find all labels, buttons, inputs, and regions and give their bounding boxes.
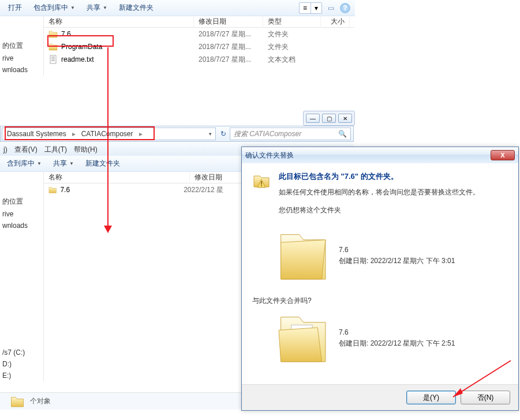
folder-created: 创建日期: 2022/2/12 星期六 下午 2:51: [339, 338, 455, 349]
file-type: 文件夹: [268, 29, 326, 39]
file-date: 2018/7/27 星期...: [199, 55, 268, 65]
dialog-title: 确认文件夹替换: [245, 151, 294, 160]
address-dropdown[interactable]: ▾: [205, 131, 215, 137]
refresh-icon[interactable]: ↻: [217, 130, 230, 138]
file-date: 2022/2/12 星: [184, 185, 246, 195]
address-bar: Dassault Systemes ▸ CATIAComposer ▸ ▾ ↻ …: [0, 126, 354, 142]
folder-icon: [10, 395, 24, 408]
chevron-right-icon[interactable]: ▸: [71, 130, 77, 138]
folder-created: 创建日期: 2022/2/12 星期六 下午 3:01: [339, 256, 455, 267]
menu-help[interactable]: 帮助(H): [74, 145, 98, 155]
file-name: readme.txt: [61, 55, 199, 63]
sidebar-item[interactable]: wnloads: [0, 64, 43, 76]
folder-info-source: 7.6 创建日期: 2022/2/12 星期六 下午 2:51: [275, 309, 508, 367]
sidebar-item[interactable]: 的位置: [0, 39, 43, 52]
col-type[interactable]: 类型: [263, 16, 321, 28]
chevron-right-icon[interactable]: ▸: [138, 130, 144, 138]
folder-icon: [48, 29, 58, 39]
include-library-button[interactable]: 包含到库中▼: [30, 2, 78, 14]
folder-large-icon: [275, 227, 328, 284]
no-button[interactable]: 否(N): [461, 391, 510, 404]
dialog-explain: 如果任何文件使用相同的名称，将会询问您是否要替换这些文件。: [279, 187, 508, 197]
col-date[interactable]: 修改日期: [194, 16, 263, 28]
new-folder-button[interactable]: 新建文件夹: [82, 158, 124, 170]
file-list-top: 7.6 2018/7/27 星期... 文件夹 ProgramData 2018…: [44, 28, 354, 66]
column-headers-bottom: 名称 修改日期: [44, 172, 246, 183]
minimize-button[interactable]: —: [306, 114, 320, 123]
col-name[interactable]: 名称: [44, 16, 194, 28]
sidebar-top: 的位置 rive wnloads: [0, 16, 44, 76]
breadcrumb-item[interactable]: Dassault Systemes: [2, 128, 71, 140]
file-name: ProgramData: [61, 43, 199, 51]
confirm-folder-replace-dialog: 确认文件夹替换 X ! 此目标已包含名为 "7.6" 的文件夹。 如果任何文件使…: [241, 147, 519, 411]
menu-view[interactable]: 查看(V): [14, 145, 38, 155]
search-input[interactable]: 搜索 CATIAComposer 🔍: [230, 127, 351, 140]
file-list-bottom: 7.6 2022/2/12 星: [44, 183, 246, 196]
search-icon[interactable]: 🔍: [338, 130, 347, 138]
dialog-keep-text: 您仍想将这个文件夹: [279, 205, 508, 215]
file-type: 文本文档: [268, 55, 326, 65]
preview-pane-icon[interactable]: ▭: [328, 4, 334, 12]
toolbar-top: 打开 包含到库中▼ 共享▼ 新建文件夹 ≡▾ ▭ ?: [0, 0, 355, 16]
sidebar-item[interactable]: E:): [0, 370, 43, 381]
file-name: 7.6: [61, 30, 199, 38]
breadcrumb[interactable]: Dassault Systemes ▸ CATIAComposer ▸ ▾: [2, 127, 216, 140]
sidebar-item[interactable]: rive: [0, 208, 43, 220]
sidebar-item[interactable]: 的位置: [0, 195, 43, 208]
menu-tools[interactable]: 工具(T): [44, 145, 67, 155]
share-button[interactable]: 共享▼: [83, 2, 111, 14]
file-date: 2018/7/27 星期...: [199, 42, 268, 52]
yes-button[interactable]: 是(Y): [406, 391, 456, 404]
list-item[interactable]: ProgramData 2018/7/27 星期... 文件夹: [44, 40, 354, 53]
search-placeholder: 搜索 CATIAComposer: [234, 129, 301, 139]
dialog-headline: 此目标已包含名为 "7.6" 的文件夹。: [279, 171, 508, 182]
sidebar-bottom: 的位置 rive wnloads /s7 (C:) D:) E:): [0, 172, 44, 381]
folder-icon: [48, 42, 58, 51]
annotation-arrow-down: [107, 47, 109, 226]
status-text: 个对象: [30, 396, 51, 406]
new-folder-button[interactable]: 新建文件夹: [115, 2, 157, 14]
sidebar-item[interactable]: wnloads: [0, 220, 43, 231]
svg-text:!: !: [260, 180, 263, 188]
folder-name: 7.6: [339, 327, 455, 338]
folder-name: 7.6: [339, 245, 455, 256]
list-item[interactable]: 7.6 2022/2/12 星: [44, 183, 246, 196]
col-size[interactable]: 大小: [321, 16, 350, 28]
svg-rect-0: [50, 55, 56, 63]
share-button[interactable]: 共享▼: [50, 158, 77, 170]
close-button[interactable]: ✕: [338, 114, 352, 123]
menu-edit-fragment[interactable]: j): [3, 145, 8, 153]
col-name[interactable]: 名称: [44, 171, 190, 183]
folder-icon: [48, 185, 57, 194]
include-library-button[interactable]: 含到库中▼: [3, 158, 45, 170]
dialog-button-row: 是(Y) 否(N): [242, 384, 518, 410]
dialog-merge-text: 与此文件夹合并吗?: [252, 296, 508, 306]
column-headers-top: 名称 修改日期 类型 大小: [44, 16, 354, 28]
file-name: 7.6: [60, 186, 184, 194]
sidebar-item[interactable]: rive: [0, 52, 43, 64]
col-date[interactable]: 修改日期: [190, 171, 246, 183]
sidebar-item[interactable]: D:): [0, 358, 43, 370]
dialog-titlebar: 确认文件夹替换 X: [242, 147, 518, 163]
file-date: 2018/7/27 星期...: [199, 29, 268, 39]
dialog-close-button[interactable]: X: [491, 150, 515, 160]
warning-icon: !: [252, 171, 271, 190]
folder-info-target: 7.6 创建日期: 2022/2/12 星期六 下午 3:01: [275, 227, 508, 284]
open-button[interactable]: 打开: [5, 2, 25, 14]
text-file-icon: [48, 55, 58, 64]
help-icon[interactable]: ?: [340, 3, 350, 13]
list-item[interactable]: 7.6 2018/7/27 星期... 文件夹: [44, 28, 354, 40]
window-controls: — ▢ ✕: [303, 111, 355, 126]
view-mode-button[interactable]: ≡▾: [299, 2, 322, 14]
sidebar-item[interactable]: /s7 (C:): [0, 347, 43, 358]
folder-open-large-icon: [275, 309, 328, 367]
list-item[interactable]: readme.txt 2018/7/27 星期... 文本文档: [44, 53, 354, 66]
file-type: 文件夹: [268, 42, 326, 52]
maximize-button[interactable]: ▢: [322, 114, 336, 123]
